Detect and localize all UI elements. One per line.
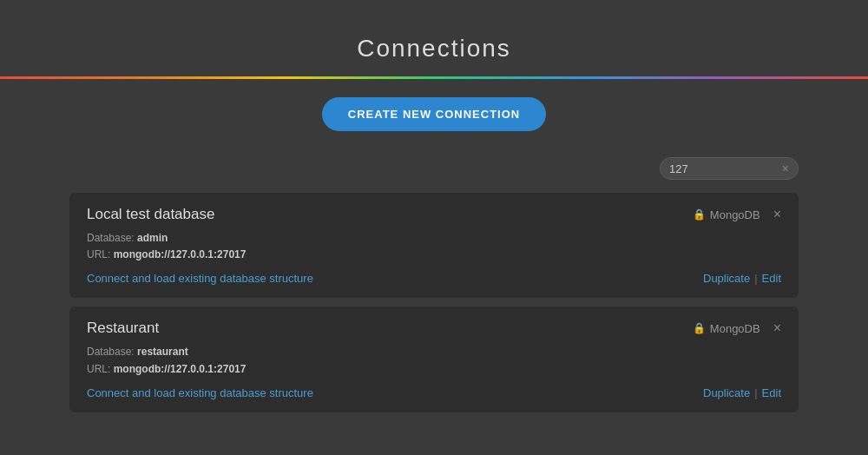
page-title: Connections bbox=[0, 0, 868, 63]
connection-type: 🔒 MongoDB × bbox=[693, 207, 781, 222]
lock-icon: 🔒 bbox=[693, 208, 706, 221]
search-container: × bbox=[0, 157, 868, 180]
db-info: Database: restaurant bbox=[87, 344, 781, 360]
connection-header: Restaurant 🔒 MongoDB × bbox=[87, 320, 781, 337]
duplicate-button[interactable]: Duplicate bbox=[703, 272, 750, 285]
action-separator: | bbox=[754, 386, 757, 399]
search-clear-icon[interactable]: × bbox=[782, 162, 789, 175]
connection-meta: Database: restaurant URL: mongodb://127.… bbox=[87, 344, 781, 377]
connection-type: 🔒 MongoDB × bbox=[693, 320, 781, 336]
connection-close-icon[interactable]: × bbox=[773, 320, 781, 336]
connect-load-link[interactable]: Connect and load existing database struc… bbox=[87, 386, 313, 399]
create-new-connection-button[interactable]: CREATE NEW CONNECTION bbox=[322, 97, 546, 131]
create-button-container: CREATE NEW CONNECTION bbox=[0, 97, 868, 131]
edit-button[interactable]: Edit bbox=[762, 272, 781, 285]
url-value: mongodb://127.0.0.1:27017 bbox=[114, 248, 247, 260]
connection-header: Local test database 🔒 MongoDB × bbox=[87, 206, 781, 223]
connection-type-label: MongoDB bbox=[710, 208, 760, 221]
db-info: Database: admin bbox=[87, 230, 781, 247]
connection-actions: Duplicate | Edit bbox=[703, 272, 781, 285]
url-value: mongodb://127.0.0.1:27017 bbox=[114, 363, 247, 375]
url-info: URL: mongodb://127.0.0.1:27017 bbox=[87, 361, 781, 378]
connection-card-restaurant: Restaurant 🔒 MongoDB × Database: restaur… bbox=[69, 307, 799, 412]
rainbow-bar bbox=[0, 76, 868, 79]
connection-meta: Database: admin URL: mongodb://127.0.0.1… bbox=[87, 230, 781, 263]
action-separator: | bbox=[754, 272, 757, 285]
search-box: × bbox=[660, 157, 799, 180]
connection-title: Local test database bbox=[87, 206, 214, 223]
lock-icon: 🔒 bbox=[693, 322, 706, 334]
connection-card-local-test-db: Local test database 🔒 MongoDB × Database… bbox=[69, 193, 799, 298]
connection-actions: Duplicate | Edit bbox=[703, 386, 781, 399]
url-info: URL: mongodb://127.0.0.1:27017 bbox=[87, 247, 781, 263]
connections-list: Local test database 🔒 MongoDB × Database… bbox=[0, 180, 868, 425]
search-input[interactable] bbox=[669, 162, 778, 175]
connection-type-label: MongoDB bbox=[710, 322, 760, 335]
edit-button[interactable]: Edit bbox=[762, 386, 781, 399]
duplicate-button[interactable]: Duplicate bbox=[703, 386, 750, 399]
db-value: restaurant bbox=[137, 346, 188, 358]
connection-footer: Connect and load existing database struc… bbox=[87, 386, 781, 399]
db-value: admin bbox=[137, 232, 168, 244]
connection-close-icon[interactable]: × bbox=[773, 207, 781, 222]
connect-load-link[interactable]: Connect and load existing database struc… bbox=[87, 272, 313, 285]
connection-title: Restaurant bbox=[87, 320, 159, 337]
connection-footer: Connect and load existing database struc… bbox=[87, 272, 781, 285]
